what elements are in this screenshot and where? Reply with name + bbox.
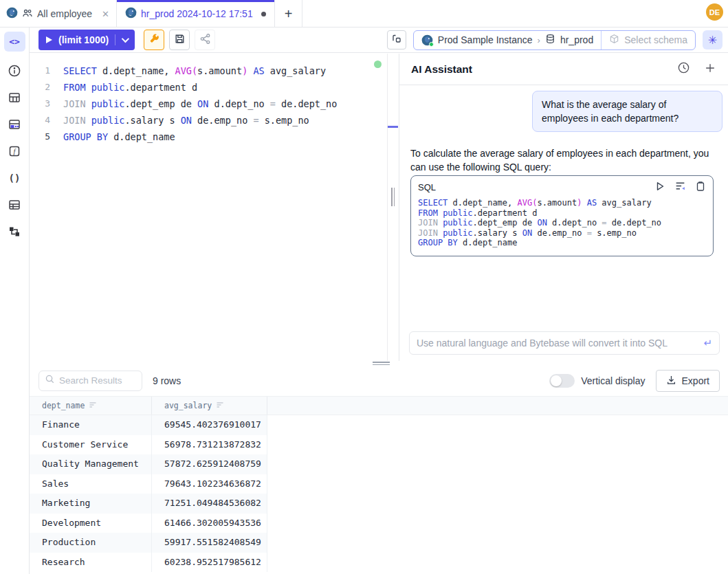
chevron-down-icon[interactable] [122, 35, 129, 43]
save-sheet-button[interactable] [169, 30, 190, 50]
share-icon [199, 33, 211, 47]
suggested-sql-code: SELECT d.dept_name, AVG(s.amount) AS avg… [418, 198, 706, 248]
tab-label: hr_prod 2024-10-12 17:51 [141, 8, 253, 19]
sort-icon[interactable] [216, 401, 224, 411]
table-row: Development61466.302005943536 [30, 514, 267, 533]
code-card-header: SQL [418, 180, 706, 195]
sort-icon[interactable] [89, 401, 97, 411]
code-language-label: SQL [418, 182, 646, 192]
ai-panel-title: AI Assistant [411, 63, 663, 76]
format-sql-button[interactable] [144, 30, 164, 50]
vertical-splitter[interactable] [387, 54, 399, 361]
column-header-avg-salary[interactable]: avg_salary [152, 397, 267, 415]
code-text: GROUP BY d.dept_name [63, 129, 175, 145]
ai-sql-line: GROUP BY d.dept_name [418, 238, 706, 248]
insert-sql-button[interactable] [674, 180, 686, 195]
table-cell[interactable]: 79643.102234636872 [152, 474, 267, 494]
postgres-icon [125, 7, 137, 21]
table-cell[interactable]: Customer Service [30, 435, 152, 455]
connection-healthy-dot [374, 60, 382, 68]
user-avatar[interactable]: DE [706, 3, 723, 21]
assistant-message-text: To calculate the average salary of emplo… [410, 146, 723, 174]
vertical-display-label: Vertical display [581, 375, 645, 386]
sidebar-item-sheets[interactable] [7, 197, 22, 212]
svg-text:f: f [14, 148, 16, 155]
line-number: 4 [30, 112, 63, 129]
sidebar-item-schema-diagram[interactable] [7, 117, 22, 132]
table-cell[interactable]: Quality Management [30, 454, 152, 474]
editor-line[interactable]: 4JOIN public.salary s ON de.emp_no = s.e… [30, 112, 387, 129]
schema-selector[interactable]: Select schema [601, 31, 695, 49]
sidebar-item-info[interactable] [7, 63, 22, 78]
table-cell[interactable]: 57872.625912408759 [152, 454, 267, 474]
clock-icon [677, 61, 690, 77]
run-suggested-sql-button[interactable] [654, 181, 665, 195]
copy-sql-button[interactable] [695, 181, 706, 195]
instance-database-selector[interactable]: Prod Sample Instance › hr_prod [414, 31, 601, 49]
table-cell[interactable]: 56978.731213872832 [152, 435, 267, 455]
enter-key-icon[interactable]: ↵ [703, 337, 712, 349]
divider [115, 34, 115, 45]
schema-cube-icon [609, 34, 619, 46]
tab-hr-prod[interactable]: hr_prod 2024-10-12 17:51 [117, 0, 275, 27]
save-icon [174, 33, 186, 47]
wrench-icon [148, 33, 160, 47]
plus-icon [704, 62, 716, 77]
ai-sql-line: FROM public.department d [418, 208, 706, 219]
column-header-dept-name[interactable]: dept_name [30, 397, 152, 415]
table-cell[interactable]: Marketing [30, 494, 152, 514]
table-cell[interactable]: Development [30, 514, 152, 533]
table-cell[interactable]: 69545.402376910017 [152, 415, 267, 435]
status-online-dot [429, 42, 434, 47]
ai-panel-header: AI Assistant [399, 54, 728, 85]
result-table-header: dept_name avg_salary [30, 396, 728, 415]
search-results-input[interactable] [59, 375, 136, 386]
editor-line[interactable]: 2FROM public.department d [30, 79, 387, 96]
editor-line[interactable]: 5GROUP BY d.dept_name [30, 129, 387, 145]
table-cell[interactable]: Research [30, 553, 152, 573]
new-tab-button[interactable]: + [275, 0, 302, 27]
history-button[interactable] [677, 61, 690, 77]
splitter-grip-icon[interactable] [391, 188, 395, 206]
line-number: 3 [30, 96, 63, 112]
sidebar-item-tables[interactable] [7, 90, 22, 105]
table-row: Research60238.952517985612 [30, 553, 267, 573]
table-cell[interactable]: 59917.551582408549 [152, 533, 267, 553]
select-statement-button[interactable] [387, 30, 406, 49]
sidebar-item-brackets[interactable]: () [7, 170, 22, 186]
ai-prompt-input[interactable] [417, 338, 703, 349]
close-icon[interactable]: ✕ [102, 10, 109, 19]
editor-line[interactable]: 1SELECT d.dept_name, AVG(s.amount) AS av… [30, 63, 387, 79]
row-count-label: 9 rows [153, 375, 181, 386]
tables-icon [8, 198, 21, 212]
table-cell[interactable]: Sales [30, 474, 152, 494]
play-outline-icon [654, 181, 665, 195]
search-results-box [38, 371, 142, 391]
table-cell[interactable]: 71251.049484536082 [152, 494, 267, 514]
code-text: FROM public.department d [63, 79, 197, 96]
scrollbar-cursor-mark [388, 126, 398, 128]
sql-editor[interactable]: 1SELECT d.dept_name, AVG(s.amount) AS av… [30, 54, 387, 361]
table-cell[interactable]: 60238.952517985612 [152, 553, 267, 573]
ai-chat-area: What is the average salary of employees … [399, 85, 728, 256]
code-text: SELECT d.dept_name, AVG(s.amount) AS avg… [63, 63, 326, 79]
table-cell[interactable]: 61466.302005943536 [152, 514, 267, 533]
export-button[interactable]: Export [656, 370, 720, 392]
download-icon [666, 375, 676, 387]
sidebar-item-connections[interactable] [7, 224, 22, 239]
function-icon: f [8, 144, 21, 158]
tab-all-employee[interactable]: All employee ✕ [0, 0, 117, 27]
vertical-display-toggle[interactable] [549, 374, 575, 388]
table-cell[interactable]: Finance [30, 415, 152, 435]
sidebar-item-functions[interactable]: f [7, 144, 22, 159]
results-header-right: Vertical display Export [549, 370, 720, 392]
new-conversation-button[interactable] [704, 62, 716, 77]
results-header: 9 rows Vertical display Export [30, 365, 728, 396]
share-button[interactable] [195, 30, 215, 50]
connection-picker: Prod Sample Instance › hr_prod Select sc… [413, 30, 696, 50]
table-cell[interactable]: Production [30, 533, 152, 553]
editor-line[interactable]: 3JOIN public.dept_emp de ON d.dept_no = … [30, 96, 387, 112]
ai-assistant-toggle-button[interactable]: ✳ [703, 30, 723, 49]
sidebar-item-sql-editor[interactable]: <> [4, 32, 25, 52]
run-query-button[interactable]: (limit 1000) [38, 30, 135, 50]
